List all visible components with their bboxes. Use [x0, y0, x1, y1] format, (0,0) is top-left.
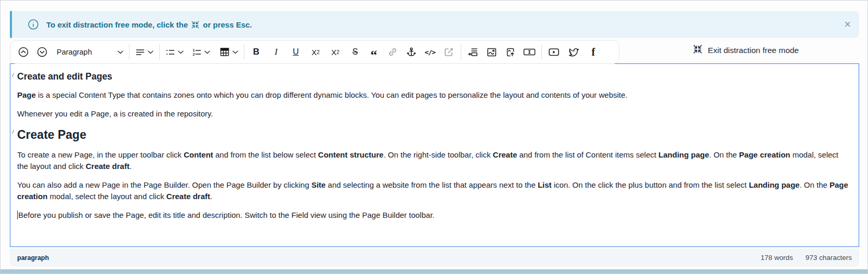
bulleted-list-icon	[165, 47, 175, 57]
editor-toolbar: Paragraph	[10, 40, 619, 64]
insert-content-button[interactable]	[465, 43, 481, 61]
numbered-list-icon: 1 2	[192, 47, 202, 57]
info-icon	[28, 19, 39, 30]
heading-marker	[11, 73, 15, 77]
paragraph-style-label: Paragraph	[57, 48, 92, 56]
link-icon	[387, 47, 398, 57]
twitter-icon	[568, 47, 579, 57]
youtube-icon	[548, 47, 560, 57]
exit-distraction-free-button[interactable]: Exit distraction free mode	[693, 44, 799, 56]
link-button[interactable]	[385, 43, 400, 61]
strikethrough-button[interactable]: S	[347, 43, 363, 61]
italic-button[interactable]: I	[268, 43, 284, 61]
chevron-down-icon	[232, 50, 238, 54]
svg-text:2: 2	[192, 53, 195, 56]
word-count: 178 words	[760, 254, 793, 262]
bottom-accent-strip	[1, 269, 867, 273]
character-count: 973 characters	[806, 254, 852, 262]
move-up-button[interactable]	[16, 43, 31, 61]
insert-field-button[interactable]	[522, 43, 537, 61]
underline-button[interactable]: U	[288, 43, 304, 61]
insert-image-button[interactable]	[484, 43, 500, 61]
exit-distraction-free-label: Exit distraction free mode	[708, 46, 799, 55]
toolbar-divider	[129, 44, 129, 60]
embed-twitter-button[interactable]	[566, 43, 581, 61]
table-icon	[219, 47, 230, 57]
anchor-icon	[406, 47, 417, 57]
move-down-button[interactable]	[34, 43, 50, 61]
bulleted-list-dropdown[interactable]	[164, 43, 185, 61]
editor-heading[interactable]: Create and edit Pages	[17, 71, 849, 82]
subscript-base: X	[312, 48, 317, 57]
editor-content-area[interactable]: Create and edit Pages Page is a special …	[10, 63, 859, 247]
subscript-digit: 2	[317, 49, 320, 55]
superscript-base: X	[331, 48, 336, 57]
chevron-down-icon	[178, 50, 184, 54]
svg-text:1: 1	[192, 48, 195, 52]
toolbar-divider	[244, 44, 244, 60]
collapse-icon	[191, 20, 200, 29]
editor-status-bar: paragraph 178 words 973 characters	[10, 249, 859, 267]
editor-paragraph[interactable]: Before you publish or save the Page, edi…	[17, 210, 849, 221]
edit-source-button[interactable]	[441, 43, 457, 61]
distraction-free-editor: To exit distraction free mode, click the…	[0, 0, 868, 274]
counters: 178 words 973 characters	[760, 254, 852, 262]
chevron-down-icon	[204, 50, 210, 54]
banner-message: To exit distraction free mode, click the…	[46, 20, 252, 29]
image-upload-icon	[505, 47, 516, 58]
close-icon[interactable]: ×	[844, 19, 851, 30]
bold-button[interactable]: B	[249, 43, 264, 61]
superscript-button[interactable]: X2	[328, 43, 343, 61]
align-left-icon	[135, 47, 145, 57]
numbered-list-dropdown[interactable]: 1 2	[190, 43, 212, 61]
subscript-button[interactable]: X2	[308, 43, 323, 61]
chevron-down-icon	[148, 50, 153, 54]
embed-youtube-button[interactable]	[546, 43, 562, 61]
collapse-icon	[693, 44, 703, 56]
exit-hint-banner: To exit distraction free mode, click the…	[10, 11, 859, 38]
editor-heading[interactable]: Create Page	[17, 128, 849, 142]
editor-paragraph[interactable]: Page is a special Content Type that cont…	[17, 89, 849, 101]
editor-paragraph[interactable]: You can also add a new Page in the Page …	[17, 179, 849, 202]
upload-image-button[interactable]	[503, 43, 519, 61]
paragraph-style-dropdown[interactable]: Paragraph	[55, 43, 125, 61]
code-block-button[interactable]: </>	[422, 43, 438, 61]
edit-icon	[444, 47, 454, 57]
block-quote-button[interactable]: “	[366, 43, 382, 61]
image-icon	[486, 47, 497, 58]
editor-paragraph[interactable]: Whenever you edit a Page, a is created i…	[17, 108, 849, 120]
superscript-digit: 2	[336, 49, 340, 55]
toolbar-divider	[159, 44, 160, 60]
toolbar-divider	[541, 44, 542, 60]
insert-table-dropdown[interactable]	[218, 43, 240, 61]
anchor-button[interactable]	[404, 43, 419, 61]
toolbar-divider	[461, 44, 461, 60]
current-block-type-label: paragraph	[17, 254, 49, 262]
editor-paragraph[interactable]: To create a new Page, in the upper toolb…	[17, 149, 849, 172]
text-alignment-dropdown[interactable]	[134, 43, 155, 61]
embed-facebook-button[interactable]: f	[586, 43, 601, 61]
chevron-down-icon	[118, 50, 123, 54]
input-field-icon	[523, 47, 536, 57]
insert-block-icon	[468, 47, 478, 58]
text-cursor	[17, 211, 18, 219]
heading-marker	[11, 129, 15, 134]
